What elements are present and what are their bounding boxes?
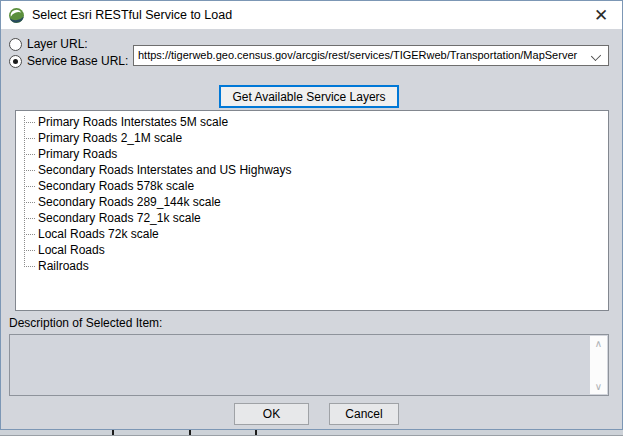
title-bar: Select Esri RESTful Service to Load ✕ <box>1 1 622 29</box>
window-title: Select Esri RESTful Service to Load <box>32 8 232 22</box>
tree-item-label: Railroads <box>38 259 89 273</box>
tree-branch-icon <box>24 266 35 267</box>
tree-item[interactable]: Local Roads 72k scale <box>16 226 608 242</box>
tree-item-label: Primary Roads Interstates 5M scale <box>38 115 228 129</box>
tree-item-label: Secondary Roads 72_1k scale <box>38 211 201 225</box>
cancel-button-label: Cancel <box>345 407 382 421</box>
background-grid-tick <box>112 430 114 435</box>
tree-item-label: Local Roads <box>38 243 105 257</box>
radio-layer-url-label: Layer URL: <box>27 37 88 51</box>
radio-service-base-url-label: Service Base URL: <box>27 54 128 68</box>
service-url-value: https://tigerweb.geo.census.gov/arcgis/r… <box>138 49 577 61</box>
tree-branch-icon <box>24 186 35 187</box>
tree-item[interactable]: Secondary Roads 578k scale <box>16 178 608 194</box>
tree-item[interactable]: Primary Roads Interstates 5M scale <box>16 114 608 130</box>
tree-item[interactable]: Secondary Roads 289_144k scale <box>16 194 608 210</box>
background-window-strip <box>0 430 623 436</box>
scroll-down-icon[interactable]: ∨ <box>590 379 607 394</box>
tree-item-label: Local Roads 72k scale <box>38 227 159 241</box>
tree-item[interactable]: Primary Roads 2_1M scale <box>16 130 608 146</box>
get-available-service-layers-button[interactable]: Get Available Service Layers <box>219 85 399 108</box>
description-textbox: ∧ ∨ <box>9 334 609 396</box>
tree-item-label: Primary Roads <box>38 147 117 161</box>
tree-branch-icon <box>24 250 35 251</box>
tree-item-label: Secondary Roads Interstates and US Highw… <box>38 163 291 177</box>
tree-item[interactable]: Primary Roads <box>16 146 608 162</box>
tree-item[interactable]: Secondary Roads 72_1k scale <box>16 210 608 226</box>
tree-item-label: Primary Roads 2_1M scale <box>38 131 182 145</box>
ok-button[interactable]: OK <box>234 403 309 425</box>
tree-branch-icon <box>24 234 35 235</box>
tree-item[interactable]: Railroads <box>16 258 608 274</box>
radio-circle-checked[interactable] <box>9 55 22 68</box>
description-scrollbar[interactable]: ∧ ∨ <box>590 336 607 394</box>
radio-service-base-url[interactable]: Service Base URL: <box>9 54 128 68</box>
cancel-button[interactable]: Cancel <box>329 403 399 425</box>
tree-branch-icon <box>24 154 35 155</box>
tree-branch-icon <box>24 218 35 219</box>
service-url-combobox[interactable]: https://tigerweb.geo.census.gov/arcgis/r… <box>133 45 609 66</box>
tree-item[interactable]: Local Roads <box>16 242 608 258</box>
tree-item[interactable]: Secondary Roads Interstates and US Highw… <box>16 162 608 178</box>
close-icon[interactable]: ✕ <box>580 1 622 29</box>
tree-branch-icon <box>24 138 35 139</box>
select-service-dialog: Select Esri RESTful Service to Load ✕ La… <box>0 0 623 430</box>
tree-item-label: Secondary Roads 289_144k scale <box>38 195 221 209</box>
service-layer-tree[interactable]: Primary Roads Interstates 5M scale Prima… <box>15 110 609 311</box>
ok-button-label: OK <box>263 407 280 421</box>
tree-item-label: Secondary Roads 578k scale <box>38 179 194 193</box>
tree-branch-icon <box>24 202 35 203</box>
scroll-up-icon[interactable]: ∧ <box>590 336 607 351</box>
radio-circle-unchecked[interactable] <box>9 38 22 51</box>
background-grid-tick <box>255 430 257 435</box>
description-label: Description of Selected Item: <box>9 316 162 330</box>
chevron-down-icon[interactable] <box>591 51 601 61</box>
radio-layer-url[interactable]: Layer URL: <box>9 37 88 51</box>
esri-globe-icon <box>8 7 25 24</box>
get-layers-button-label: Get Available Service Layers <box>232 90 385 104</box>
background-grid-tick <box>189 430 191 435</box>
tree-branch-icon <box>24 170 35 171</box>
tree-branch-icon <box>24 122 35 123</box>
